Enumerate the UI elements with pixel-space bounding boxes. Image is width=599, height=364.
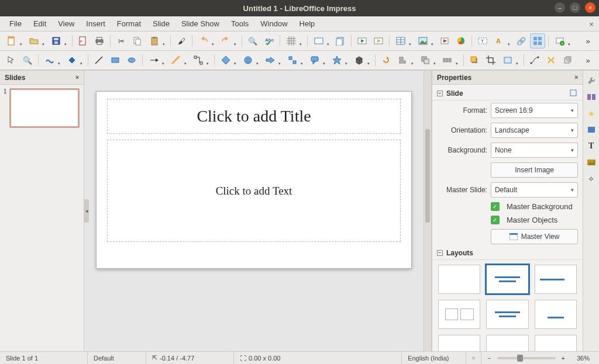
- line-color-button[interactable]: [42, 53, 63, 68]
- connectors-tool[interactable]: [190, 53, 211, 68]
- window-maximize-button[interactable]: □: [570, 2, 580, 13]
- menu-tools[interactable]: Tools: [225, 17, 254, 30]
- slide-canvas[interactable]: Click to add Title Click to add Text: [96, 91, 412, 269]
- window-close-button[interactable]: ×: [585, 2, 595, 13]
- section-layouts[interactable]: − Layouts: [432, 247, 583, 260]
- insert-fontwork-button[interactable]: A: [491, 33, 512, 48]
- tab-slide-transition[interactable]: [585, 91, 598, 103]
- layout-row2[interactable]: [486, 335, 528, 351]
- ellipse-tool[interactable]: [124, 53, 139, 68]
- orientation-combo[interactable]: Landscape▾: [491, 123, 578, 138]
- fill-color-button[interactable]: [64, 53, 85, 68]
- menu-insert[interactable]: Insert: [80, 17, 111, 30]
- tab-properties[interactable]: [585, 74, 598, 87]
- extrusion-tool[interactable]: [560, 53, 575, 68]
- filter-tool[interactable]: [500, 53, 521, 68]
- undo-button[interactable]: [195, 33, 216, 48]
- insert-image-button-panel[interactable]: Insert Image: [491, 162, 578, 178]
- copy-button[interactable]: [130, 33, 145, 48]
- shadow-tool[interactable]: [467, 53, 482, 68]
- fit-page-button[interactable]: [466, 352, 481, 364]
- window-minimize-button[interactable]: –: [555, 2, 565, 13]
- new-button[interactable]: [4, 33, 25, 48]
- menu-edit[interactable]: Edit: [27, 17, 52, 30]
- menu-window[interactable]: Window: [254, 17, 293, 30]
- glue-points-tool[interactable]: [543, 53, 559, 68]
- master-view-button[interactable]: Master View: [491, 229, 578, 244]
- menu-file[interactable]: File: [4, 17, 27, 30]
- tab-navigator[interactable]: ✧: [585, 172, 598, 185]
- zoom-out-button[interactable]: −: [487, 355, 491, 362]
- cut-button[interactable]: ✂: [113, 33, 129, 48]
- status-language[interactable]: English (India): [402, 352, 466, 364]
- callouts-tool[interactable]: [307, 53, 328, 68]
- align-tool[interactable]: [395, 53, 416, 68]
- points-edit-tool[interactable]: [527, 53, 542, 68]
- menu-help[interactable]: Help: [294, 17, 321, 30]
- layout-title-content[interactable]: [486, 265, 528, 294]
- tab-master-slides[interactable]: [585, 123, 598, 136]
- export-pdf-button[interactable]: P: [75, 33, 91, 48]
- menu-view[interactable]: View: [52, 17, 80, 30]
- detach-icon[interactable]: [570, 89, 578, 98]
- vertical-scrollbar[interactable]: [424, 71, 432, 351]
- layout-row3[interactable]: [535, 335, 577, 351]
- properties-panel-close[interactable]: ×: [572, 73, 580, 81]
- tab-animation[interactable]: ★: [585, 107, 598, 120]
- layout-title-only[interactable]: [535, 265, 577, 294]
- spellcheck-button[interactable]: Abc: [261, 33, 277, 48]
- master-slide-combo[interactable]: Default▾: [491, 182, 578, 197]
- menu-slideshow[interactable]: Slide Show: [175, 17, 225, 30]
- arrange-tool[interactable]: [417, 53, 438, 68]
- start-current-button[interactable]: [371, 33, 386, 48]
- show-draw-button[interactable]: [530, 33, 545, 48]
- content-placeholder[interactable]: Click to add Text: [107, 140, 401, 242]
- layout-centered[interactable]: [535, 300, 577, 329]
- master-slide-button[interactable]: [333, 33, 348, 48]
- arrows-tool[interactable]: [146, 53, 167, 68]
- paste-button[interactable]: [146, 33, 167, 48]
- zoom-in-button[interactable]: +: [562, 355, 565, 362]
- master-background-check[interactable]: ✓ Master Background: [432, 200, 583, 213]
- redo-button[interactable]: [218, 33, 239, 48]
- format-combo[interactable]: Screen 16:9▾: [491, 103, 578, 118]
- print-button[interactable]: [92, 33, 107, 48]
- toolbar-overflow-button[interactable]: »: [580, 33, 595, 48]
- zoom-slider[interactable]: [497, 357, 556, 359]
- open-button[interactable]: [26, 33, 47, 48]
- distribute-tool[interactable]: [439, 53, 460, 68]
- layout-title-two[interactable]: [486, 300, 528, 329]
- basic-shapes-tool[interactable]: [218, 53, 239, 68]
- start-first-button[interactable]: [354, 33, 370, 48]
- title-placeholder[interactable]: Click to add Title: [107, 99, 401, 134]
- rotate-tool[interactable]: [378, 53, 394, 68]
- menu-slide[interactable]: Slide: [147, 17, 175, 30]
- layout-row1[interactable]: [438, 335, 480, 351]
- tab-gallery[interactable]: [585, 156, 598, 169]
- zoom-value[interactable]: 36%: [571, 352, 599, 364]
- save-button[interactable]: [48, 33, 69, 48]
- layout-blank[interactable]: [438, 265, 480, 294]
- new-slide-button[interactable]: +: [552, 33, 573, 48]
- snap-grid-button[interactable]: [283, 33, 304, 48]
- slides-panel-close[interactable]: ×: [73, 73, 81, 81]
- crop-tool[interactable]: [483, 53, 498, 68]
- stars-tool[interactable]: [329, 53, 350, 68]
- background-combo[interactable]: None▾: [491, 143, 578, 158]
- layout-two-content[interactable]: [438, 300, 480, 329]
- rectangle-tool[interactable]: [108, 53, 123, 68]
- insert-image-button[interactable]: [415, 33, 436, 48]
- clone-format-button[interactable]: 🖌: [174, 33, 189, 48]
- flowchart-tool[interactable]: [284, 53, 305, 68]
- insert-table-button[interactable]: [393, 33, 414, 48]
- slide-thumbnail[interactable]: 1: [4, 88, 80, 128]
- block-arrows-tool[interactable]: [262, 53, 283, 68]
- menu-format[interactable]: Format: [111, 17, 147, 30]
- drawing-toolbar-overflow[interactable]: »: [580, 53, 595, 68]
- select-tool[interactable]: [4, 53, 19, 68]
- symbol-shapes-tool[interactable]: [240, 53, 261, 68]
- tab-styles[interactable]: T: [585, 140, 598, 152]
- document-close-button[interactable]: ×: [586, 19, 597, 29]
- line-tool[interactable]: [91, 53, 106, 68]
- zoom-pan-tool[interactable]: 🔍: [20, 53, 35, 68]
